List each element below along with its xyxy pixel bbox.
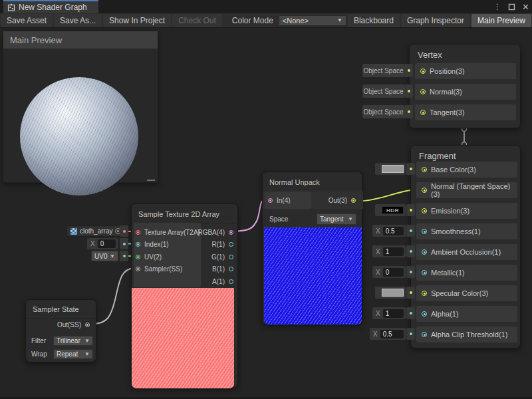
fragment-row-alpha[interactable]: Alpha(1)	[416, 306, 517, 322]
port-index[interactable]	[136, 242, 140, 247]
port-ambient-occlusion[interactable]	[422, 249, 427, 255]
maximize-icon[interactable]	[508, 3, 515, 11]
main-preview-toggle-button[interactable]: Main Preview	[471, 14, 531, 27]
alpha-clip-value-field[interactable]: X 0.5	[370, 328, 406, 340]
output-a[interactable]: A(1)	[200, 275, 237, 287]
vertex-node-title: Vertex	[410, 45, 520, 65]
normal-space-port-stub	[404, 84, 413, 98]
wrap-dropdown[interactable]: Repeat ▼	[53, 349, 93, 359]
port-a[interactable]	[229, 279, 233, 284]
input-texture-array[interactable]: Texture Array(T2A)	[136, 226, 200, 238]
fragment-row-specular-color[interactable]: Specular Color(3)	[416, 285, 517, 301]
texture-array-icon	[70, 228, 77, 235]
port-normal[interactable]	[420, 89, 426, 94]
output-b[interactable]: B(1)	[200, 263, 237, 275]
port-out[interactable]	[351, 198, 356, 203]
fragment-row-normal-ts[interactable]: Normal (Tangent Space)(3)	[416, 182, 517, 198]
position-space-selector[interactable]: Object Space	[362, 64, 404, 77]
uv-channel-dropdown[interactable]: UV0 ▼	[91, 251, 118, 261]
port-in[interactable]	[268, 198, 273, 203]
ambient-occlusion-port-stub	[406, 245, 415, 257]
port-specular-color[interactable]	[422, 291, 427, 296]
show-in-project-button[interactable]: Show In Project	[103, 14, 171, 27]
port-rgba[interactable]	[229, 230, 233, 235]
graph-inspector-toggle-button[interactable]: Graph Inspector	[401, 14, 470, 27]
port-b[interactable]	[229, 267, 233, 271]
filter-dropdown[interactable]: Trilinear ▼	[53, 336, 93, 346]
close-icon[interactable]: ✕	[522, 3, 529, 11]
ambient-occlusion-value-field[interactable]: X 1	[372, 245, 406, 257]
tangent-space-port-stub	[404, 105, 413, 118]
input-sampler[interactable]: Sampler(SS)	[136, 263, 182, 275]
normal-unpack-out-row[interactable]: Out(3)	[313, 192, 360, 209]
blackboard-toggle-button[interactable]: Blackboard	[348, 14, 400, 27]
tangent-space-selector[interactable]: Object Space	[362, 105, 404, 118]
port-alpha[interactable]	[422, 311, 427, 317]
normal-space-selector[interactable]: Object Space	[362, 84, 404, 98]
color-mode-dropdown[interactable]: <None> ▼	[279, 15, 346, 26]
port-smoothness[interactable]	[422, 229, 427, 234]
node-normal-unpack[interactable]: Normal Unpack In(4) Out(3) Space Tangent…	[262, 172, 362, 325]
port-alpha-clip-threshold[interactable]	[422, 332, 427, 337]
vertex-row-normal[interactable]: Normal(3)	[415, 84, 516, 100]
fragment-row-ambient-occlusion[interactable]: Ambient Occlusion(1)	[416, 244, 517, 260]
port-out-ss[interactable]	[85, 323, 90, 327]
port-emission[interactable]	[422, 208, 427, 213]
port-base-color[interactable]	[422, 167, 427, 172]
port-position[interactable]	[420, 68, 426, 74]
fragment-row-metallic[interactable]: Metallic(1)	[416, 265, 517, 281]
resize-handle[interactable]	[147, 180, 155, 181]
space-dropdown[interactable]: Tangent ▼	[317, 213, 356, 225]
graph-canvas[interactable]: Main Preview Vertex Position(3) Normal(3…	[0, 28, 532, 399]
specular-color-swatch[interactable]	[375, 287, 406, 299]
kebab-menu-icon[interactable]: ⋮	[493, 3, 501, 11]
node-vertex[interactable]: Vertex Position(3) Normal(3) Tangent(3)	[409, 44, 521, 128]
node-sampler-state[interactable]: Sampler State Out(SS) Filter Trilinear ▼…	[25, 299, 96, 362]
port-tangent[interactable]	[420, 110, 426, 115]
port-g[interactable]	[229, 255, 233, 259]
fragment-row-emission[interactable]: Emission(3)	[416, 203, 517, 219]
port-uv[interactable]	[136, 255, 140, 259]
metallic-port-stub	[406, 266, 415, 278]
port-texture-array[interactable]	[136, 230, 140, 235]
property-cloth-array[interactable]: cloth_array	[66, 225, 125, 237]
save-as-button[interactable]: Save As...	[54, 14, 102, 27]
emission-color-swatch[interactable]: HDR	[375, 204, 406, 216]
output-r[interactable]: R(1)	[200, 239, 237, 251]
metallic-value-field[interactable]: X 0	[372, 266, 406, 278]
uv-port-stub	[120, 251, 128, 261]
smoothness-value-field[interactable]: X 0.5	[372, 225, 406, 237]
port-normal-tangent-space[interactable]	[422, 188, 427, 193]
node-sample-texture-2d-array[interactable]: Sample Texture 2D Array Texture Array(T2…	[131, 203, 238, 388]
port-sampler[interactable]	[136, 267, 140, 271]
index-value-field[interactable]: X 0	[87, 238, 118, 249]
node-fragment[interactable]: Fragment Base Color(3) Normal (Tangent S…	[410, 145, 521, 348]
base-color-swatch[interactable]	[375, 163, 406, 175]
input-index[interactable]: Index(1)	[136, 239, 169, 251]
specular-color-port-stub	[406, 287, 415, 299]
sampler-wrap-row: Wrap Repeat ▼	[31, 348, 93, 360]
chevron-down-icon: ▼	[348, 216, 353, 222]
sampler-filter-row: Filter Trilinear ▼	[31, 335, 93, 346]
shader-preview-sphere	[20, 77, 138, 196]
normal-unpack-preview	[264, 227, 362, 325]
sampler-state-out-row[interactable]: Out(SS)	[44, 318, 94, 331]
fragment-row-smoothness[interactable]: Smoothness(1)	[416, 223, 517, 239]
save-asset-button[interactable]: Save Asset	[1, 14, 53, 27]
emission-port-stub	[406, 204, 415, 216]
alpha-value-field[interactable]: X 1	[372, 307, 406, 319]
port-metallic[interactable]	[422, 270, 427, 275]
fragment-row-alpha-clip[interactable]: Alpha Clip Threshold(1)	[416, 327, 517, 342]
input-uv[interactable]: UV(2)	[136, 251, 162, 263]
vertex-row-position[interactable]: Position(3)	[415, 63, 516, 79]
tab-shader-graph[interactable]: New Shader Graph	[3, 0, 98, 13]
output-g[interactable]: G(1)	[200, 251, 237, 263]
main-preview-header[interactable]: Main Preview	[3, 31, 158, 49]
port-r[interactable]	[229, 242, 233, 247]
normal-unpack-in-row[interactable]: In(4)	[265, 192, 311, 209]
output-rgba[interactable]: RGBA(4)	[200, 226, 237, 238]
vertex-row-tangent[interactable]: Tangent(3)	[415, 104, 516, 120]
chevron-down-icon: ▼	[84, 338, 90, 344]
fragment-row-base-color[interactable]: Base Color(3)	[416, 162, 517, 178]
sample-texture-node-title: Sample Texture 2D Array	[132, 204, 237, 224]
